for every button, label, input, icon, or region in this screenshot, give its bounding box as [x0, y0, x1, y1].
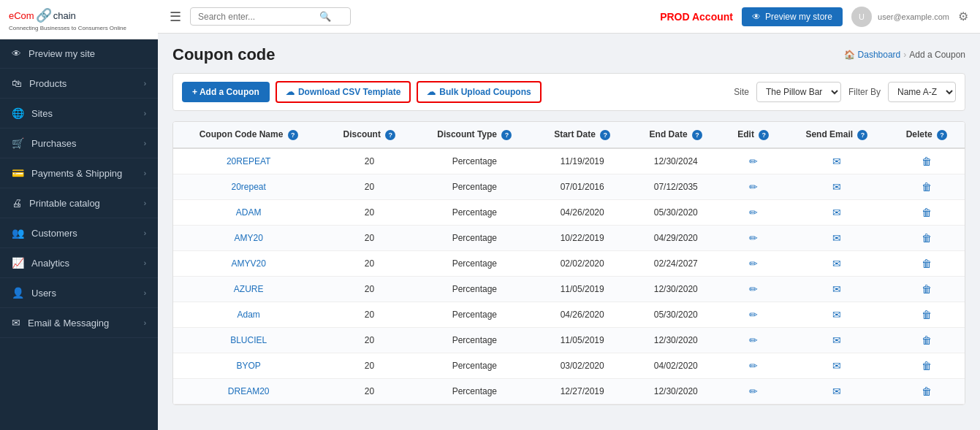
delete-icon[interactable]: 🗑 [922, 283, 932, 295]
topbar: ☰ 🔍 PROD Account 👁 Preview my store U us… [158, 0, 980, 34]
preview-store-button[interactable]: 👁 Preview my store [742, 7, 843, 26]
eye-preview-icon: 👁 [752, 12, 761, 22]
edit-icon[interactable]: ✏ [749, 258, 758, 269]
delete-icon[interactable]: 🗑 [922, 207, 932, 218]
hamburger-button[interactable]: ☰ [170, 9, 181, 25]
sidebar-item-preview[interactable]: 👁 Preview my site [0, 39, 158, 69]
filter-label: Filter By [848, 87, 881, 97]
sidebar-item-users-label: Users [31, 288, 56, 299]
help-icon-name[interactable]: ? [288, 130, 298, 140]
coupon-name-cell: DREAM20 [173, 379, 324, 404]
help-icon-email[interactable]: ? [857, 130, 867, 140]
table-row: AMY20 20 Percentage 10/22/2019 04/29/202… [173, 226, 965, 251]
sidebar-item-catalog-label: Printable catalog [29, 198, 100, 209]
edit-icon[interactable]: ✏ [749, 207, 758, 218]
edit-cell: ✏ [721, 328, 785, 353]
sidebar-item-email[interactable]: ✉ Email & Messaging › [0, 308, 158, 338]
edit-icon[interactable]: ✏ [749, 334, 758, 346]
send-email-icon[interactable]: ✉ [832, 232, 841, 244]
filter-select[interactable]: Name A-Z [888, 82, 956, 102]
table-row: AZURE 20 Percentage 11/05/2019 12/30/202… [173, 277, 965, 302]
site-select[interactable]: The Pillow Bar [756, 82, 841, 102]
delete-icon[interactable]: 🗑 [922, 360, 932, 372]
edit-icon[interactable]: ✏ [749, 309, 758, 320]
search-input[interactable] [198, 12, 315, 22]
email-cell: ✉ [785, 174, 888, 200]
download-csv-button[interactable]: ☁ Download CSV Template [276, 81, 411, 103]
logo-ecom: eCom [9, 10, 34, 21]
sidebar-item-purchases[interactable]: 🛒 Purchases › [0, 128, 158, 158]
bulk-upload-button[interactable]: ☁ Bulk Upload Coupons [417, 81, 541, 103]
delete-icon[interactable]: 🗑 [922, 232, 932, 244]
send-email-icon[interactable]: ✉ [832, 258, 841, 269]
add-coupon-button[interactable]: + Add a Coupon [182, 82, 270, 102]
start-date-cell: 11/05/2019 [534, 277, 630, 302]
delete-icon[interactable]: 🗑 [922, 181, 932, 193]
end-date-cell: 04/02/2020 [630, 353, 721, 379]
dashboard-icon: 🏠 [844, 50, 855, 60]
start-date-cell: 11/19/2019 [534, 148, 630, 174]
th-delete: Delete ? [889, 122, 965, 148]
sidebar-item-users[interactable]: 👤 Users › [0, 278, 158, 308]
sidebar-item-payments[interactable]: 💳 Payments & Shipping › [0, 158, 158, 188]
sidebar-item-analytics[interactable]: 📈 Analytics › [0, 248, 158, 278]
coupon-table: Coupon Code Name ? Discount ? Discount T… [173, 122, 965, 404]
delete-icon[interactable]: 🗑 [922, 258, 932, 269]
start-date-cell: 03/02/2020 [534, 353, 630, 379]
table-row: 20REPEAT 20 Percentage 11/19/2019 12/30/… [173, 148, 965, 174]
edit-cell: ✏ [721, 148, 785, 174]
help-icon-start[interactable]: ? [600, 130, 610, 140]
delete-icon[interactable]: 🗑 [922, 385, 932, 397]
edit-cell: ✏ [721, 379, 785, 404]
send-email-icon[interactable]: ✉ [832, 385, 841, 397]
delete-icon[interactable]: 🗑 [922, 309, 932, 320]
send-email-icon[interactable]: ✉ [832, 360, 841, 372]
edit-icon[interactable]: ✏ [749, 385, 758, 397]
site-label: Site [734, 87, 749, 97]
table-row: 20repeat 20 Percentage 07/01/2016 07/12/… [173, 174, 965, 200]
help-icon-discount[interactable]: ? [385, 130, 395, 140]
coupon-name-cell: 20repeat [173, 174, 324, 200]
type-cell: Percentage [414, 328, 534, 353]
sidebar-item-catalog[interactable]: 🖨 Printable catalog › [0, 188, 158, 218]
breadcrumb-separator: › [903, 50, 906, 60]
th-discount-type: Discount Type ? [414, 122, 534, 148]
coupon-name-cell: BYOP [173, 353, 324, 379]
sidebar-item-sites[interactable]: 🌐 Sites › [0, 99, 158, 128]
edit-icon[interactable]: ✏ [749, 156, 758, 167]
delete-cell: 🗑 [889, 174, 965, 200]
sidebar-item-email-label: Email & Messaging [28, 318, 109, 329]
send-email-icon[interactable]: ✉ [832, 207, 841, 218]
start-date-cell: 10/22/2019 [534, 226, 630, 251]
coupon-name-cell: ADAM [173, 200, 324, 226]
help-icon-edit[interactable]: ? [759, 130, 769, 140]
edit-icon[interactable]: ✏ [749, 360, 758, 372]
edit-cell: ✏ [721, 200, 785, 226]
delete-cell: 🗑 [889, 148, 965, 174]
help-icon-type[interactable]: ? [501, 130, 512, 140]
edit-icon[interactable]: ✏ [749, 283, 758, 295]
send-email-icon[interactable]: ✉ [832, 309, 841, 320]
delete-cell: 🗑 [889, 379, 965, 404]
discount-cell: 20 [324, 277, 414, 302]
send-email-icon[interactable]: ✉ [832, 156, 841, 167]
start-date-cell: 02/02/2020 [534, 251, 630, 277]
delete-icon[interactable]: 🗑 [922, 156, 932, 167]
edit-icon[interactable]: ✏ [749, 181, 758, 193]
type-cell: Percentage [414, 251, 534, 277]
send-email-icon[interactable]: ✉ [832, 181, 841, 193]
start-date-cell: 04/26/2020 [534, 302, 630, 328]
sidebar-item-customers[interactable]: 👥 Customers › [0, 218, 158, 248]
edit-icon[interactable]: ✏ [749, 232, 758, 244]
email-cell: ✉ [785, 200, 888, 226]
send-email-icon[interactable]: ✉ [832, 334, 841, 346]
help-icon-end[interactable]: ? [692, 130, 702, 140]
sidebar-item-products[interactable]: 🛍 Products › [0, 69, 158, 99]
help-icon-delete[interactable]: ? [937, 130, 947, 140]
discount-cell: 20 [324, 226, 414, 251]
page-header: Coupon code 🏠 Dashboard › Add a Coupon [172, 45, 965, 64]
gear-icon[interactable]: ⚙ [958, 9, 968, 23]
breadcrumb-dashboard[interactable]: Dashboard [858, 50, 901, 60]
send-email-icon[interactable]: ✉ [832, 283, 841, 295]
delete-icon[interactable]: 🗑 [922, 334, 932, 346]
